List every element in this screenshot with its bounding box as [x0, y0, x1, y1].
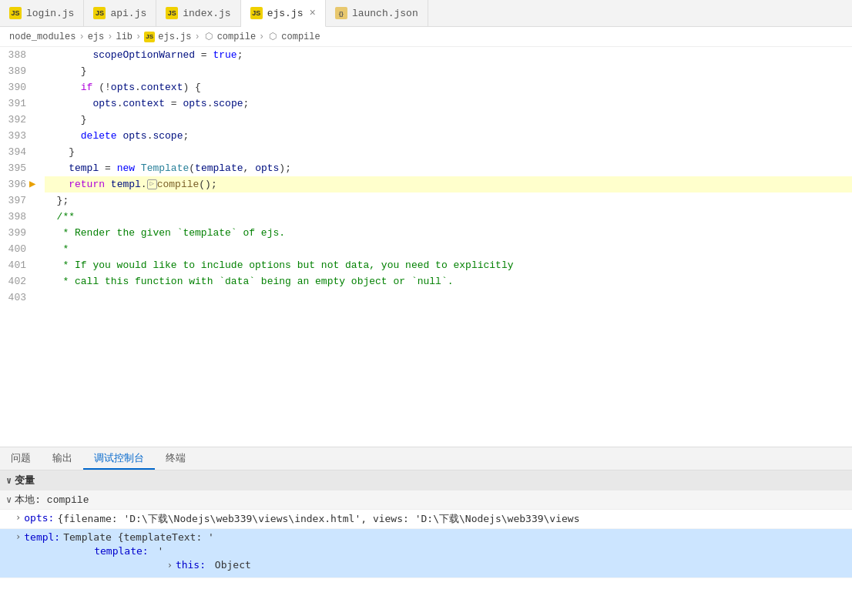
var-template-indent-row: template: ' › this: Object — [63, 543, 263, 575]
breadcrumb-sep: › — [194, 32, 200, 42]
js-file-icon: JS — [144, 32, 155, 42]
scope-label: 本地: compile — [15, 493, 89, 507]
line-num-390: 390 — [0, 79, 29, 95]
js-icon: JS — [9, 7, 22, 19]
breadcrumb-part-5: compile — [281, 32, 320, 42]
code-line-388: scopeOptionWarned = true; — [45, 47, 852, 63]
var-this-value: Object — [209, 559, 251, 571]
code-line-399: /** — [45, 209, 852, 225]
js-icon: JS — [166, 7, 178, 19]
tab-ejs-label: ejs.js — [267, 8, 304, 19]
expand-btn[interactable]: › — [15, 512, 21, 523]
tab-login-label: login.js — [26, 8, 74, 19]
code-line-391: opts.context = opts.scope; — [45, 95, 852, 112]
scope-header: ∨ 本地: compile — [0, 490, 852, 510]
close-icon[interactable]: × — [309, 8, 315, 18]
js-icon: JS — [250, 7, 263, 19]
var-templ-row[interactable]: › templ: Template {templateText: ' templ… — [0, 529, 852, 578]
code-line-403: * call this function with `data` being a… — [45, 273, 852, 290]
breadcrumb-part-4: compile — [217, 32, 256, 42]
code-line-396: ▶ return templ.▷compile(); — [45, 176, 852, 192]
line-num-402: 402 — [0, 273, 29, 290]
cube-icon: ⬡ — [203, 32, 214, 42]
expand-btn[interactable]: › — [15, 531, 21, 542]
var-opts-value: {filename: 'D:\下载\Nodejs\web339\views\in… — [57, 512, 579, 526]
breadcrumb-part-0: node_modules — [9, 32, 75, 42]
scope-expand-arrow: ∨ — [6, 494, 12, 506]
line-num-393: 393 — [0, 128, 29, 144]
code-lines: scopeOptionWarned = true; } if (!opts.co… — [39, 47, 852, 447]
js-icon: JS — [93, 7, 106, 19]
var-templ-value: Template {templateText: ' template: ' › … — [63, 531, 263, 575]
panel-tab-terminal[interactable]: 终端 — [155, 447, 196, 470]
var-template-value: ' › this: Object — [152, 545, 257, 573]
editor-area[interactable]: 388 389 390 391 392 393 394 395 396 397 … — [0, 47, 852, 447]
code-line-401: * — [45, 241, 852, 257]
line-num-394: 394 — [0, 144, 29, 160]
tab-index-label: index.js — [183, 8, 230, 19]
breakpoint-icon: ▷ — [147, 179, 157, 189]
code-line-392: } — [45, 112, 852, 128]
breadcrumb-sep: › — [259, 32, 264, 42]
panel-tab-problems[interactable]: 问题 — [0, 447, 42, 470]
tab-api[interactable]: JS api.js — [84, 0, 156, 26]
cube-icon: ⬡ — [267, 32, 278, 42]
panel-tab-output[interactable]: 输出 — [42, 447, 83, 470]
line-num-403: 403 — [0, 290, 29, 306]
code-line-390: if (!opts.context) { — [45, 79, 852, 95]
code-line-400: * Render the given `template` of ejs. — [45, 225, 852, 241]
line-num-396: 396 — [0, 176, 29, 192]
line-numbers: 388 389 390 391 392 393 394 395 396 397 … — [0, 47, 39, 447]
code-line-389: } — [45, 63, 852, 79]
code-line-395: templ = new Template(template, opts); — [45, 160, 852, 176]
var-this-row[interactable]: › this: Object — [152, 557, 257, 573]
line-num-392: 392 — [0, 112, 29, 128]
tab-login[interactable]: JS login.js — [0, 0, 84, 26]
variables-header: ∨ 变量 — [0, 470, 852, 490]
panel-tab-console[interactable]: 调试控制台 — [83, 447, 155, 470]
tab-bar: JS login.js JS api.js JS index.js JS ejs… — [0, 0, 852, 27]
tab-ejs[interactable]: JS ejs.js × — [241, 0, 326, 27]
code-line-397: }; — [45, 192, 852, 209]
variables-header-label: 变量 — [15, 474, 35, 487]
var-opts-row[interactable]: › opts: {filename: 'D:\下载\Nodejs\web339\… — [0, 510, 852, 529]
var-template-name: template: — [94, 545, 148, 557]
var-this-name: this: — [176, 559, 206, 571]
bottom-panel: 问题 输出 调试控制台 终端 ∨ 变量 ∨ 本地: compile › opts… — [0, 447, 852, 616]
code-line-402: * If you would like to include options b… — [45, 257, 852, 273]
line-num-401: 401 — [0, 257, 29, 273]
panel-tab-terminal-label: 终端 — [166, 451, 186, 465]
var-templ-name: templ: — [24, 531, 60, 543]
line-num-391: 391 — [0, 95, 29, 112]
tab-index[interactable]: JS index.js — [156, 0, 240, 26]
panel-tab-output-label: 输出 — [52, 451, 72, 465]
breadcrumb-part-3: ejs.js — [158, 32, 191, 42]
panel-tab-problems-label: 问题 — [11, 451, 31, 465]
breadcrumb-sep: › — [136, 32, 141, 42]
breadcrumb: node_modules › ejs › lib › JS ejs.js › ⬡… — [0, 27, 852, 47]
variables-panel: ∨ 变量 ∨ 本地: compile › opts: {filename: 'D… — [0, 470, 852, 616]
line-num-388: 388 — [0, 47, 29, 63]
line-num-389: 389 — [0, 63, 29, 79]
tab-launch-label: launch.json — [352, 8, 418, 19]
panel-tab-console-label: 调试控制台 — [94, 451, 144, 465]
code-line-393: delete opts.scope; — [45, 128, 852, 144]
panel-tabs: 问题 输出 调试控制台 终端 — [0, 447, 852, 470]
debug-arrow-icon: ▶ — [29, 176, 35, 192]
expand-btn[interactable]: › — [167, 560, 173, 571]
code-container: 388 389 390 391 392 393 394 395 396 397 … — [0, 47, 852, 447]
expand-arrow: ∨ — [6, 475, 12, 487]
line-num-399: 399 — [0, 225, 29, 241]
line-num-395: 395 — [0, 160, 29, 176]
breadcrumb-part-1: ejs — [88, 32, 105, 42]
line-num-400: 400 — [0, 241, 29, 257]
line-num-398: 398 — [0, 209, 29, 225]
breadcrumb-sep: › — [79, 32, 84, 42]
var-opts-name: opts: — [24, 512, 54, 524]
line-num-397: 397 — [0, 192, 29, 209]
tab-launch[interactable]: {} launch.json — [326, 0, 428, 26]
tab-api-label: api.js — [110, 8, 146, 19]
json-icon: {} — [335, 7, 347, 19]
breadcrumb-sep: › — [107, 32, 112, 42]
breadcrumb-part-2: lib — [116, 32, 132, 42]
